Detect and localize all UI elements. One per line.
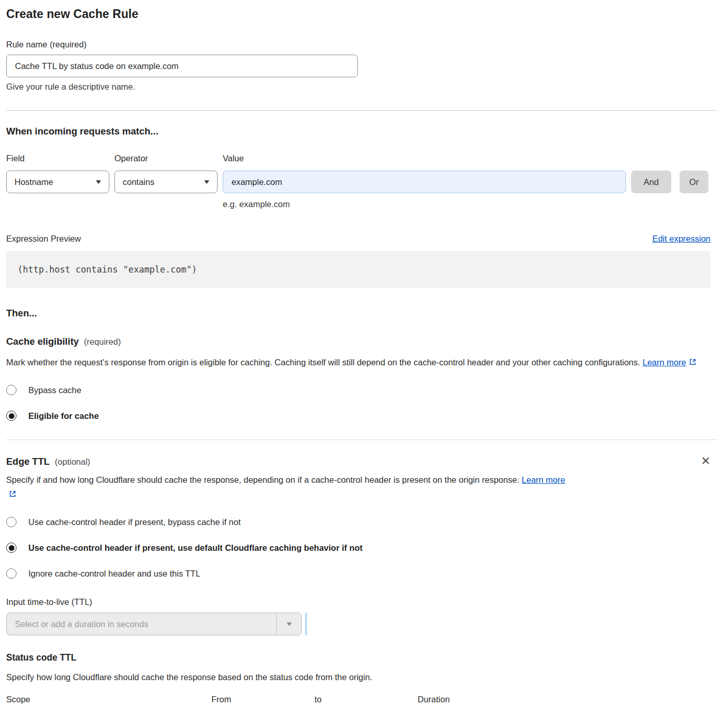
operator-select[interactable]: contains	[114, 171, 218, 193]
cache-eligibility-qualifier: (required)	[84, 337, 121, 347]
cache-eligibility-description: Mark whether the request’s response from…	[6, 355, 697, 370]
then-heading: Then...	[6, 308, 709, 319]
edge-ttl-learn-more-link[interactable]: Learn more	[522, 475, 565, 484]
radio-label: Eligible for cache	[28, 411, 99, 421]
status-code-ttl-description: Specify how long Cloudflare should cache…	[6, 670, 709, 684]
ttl-duration-select[interactable]: Select or add a duration in seconds	[6, 613, 302, 635]
radio-button-unselected[interactable]	[6, 568, 16, 579]
from-label: From	[211, 695, 304, 709]
ttl-input-label: Input time-to-live (TTL)	[6, 597, 709, 607]
radio-ignore-header[interactable]: Ignore cache-control header and use this…	[6, 568, 709, 579]
focus-caret	[305, 613, 307, 635]
value-label: Value	[223, 154, 626, 171]
edit-expression-link[interactable]: Edit expression	[652, 234, 710, 244]
to-label: to	[315, 695, 407, 709]
duration-label: Duration	[418, 695, 613, 709]
radio-label: Ignore cache-control header and use this…	[28, 569, 201, 579]
radio-use-header-bypass[interactable]: Use cache-control header if present, byp…	[6, 517, 709, 527]
rule-name-input[interactable]	[6, 55, 358, 77]
field-select[interactable]: Hostname	[6, 171, 109, 193]
edge-ttl-description: Specify if and how long Cloudflare shoul…	[6, 472, 576, 502]
radio-button-unselected[interactable]	[6, 385, 16, 395]
external-link-icon	[8, 488, 17, 502]
radio-label: Use cache-control header if present, use…	[28, 543, 362, 553]
close-icon[interactable]: ✕	[701, 456, 710, 466]
expression-preview-code: (http.host contains "example.com")	[6, 251, 710, 288]
cache-eligibility-heading: Cache eligibility	[6, 336, 79, 347]
cache-eligibility-description-text: Mark whether the request’s response from…	[6, 358, 640, 367]
and-button[interactable]: And	[631, 171, 671, 193]
ttl-duration-placeholder: Select or add a duration in seconds	[7, 613, 276, 635]
expression-preview-label: Expression Preview	[6, 234, 81, 244]
operator-label: Operator	[114, 154, 218, 171]
radio-button-selected[interactable]	[6, 543, 16, 553]
radio-button-selected[interactable]	[6, 411, 16, 421]
rule-name-label: Rule name (required)	[6, 40, 709, 49]
create-cache-rule-form: Create new Cache Rule Rule name (require…	[0, 0, 728, 709]
value-help: e.g. example.com	[223, 199, 626, 209]
operator-select-value: contains	[123, 177, 154, 187]
or-button[interactable]: Or	[680, 171, 708, 193]
field-label: Field	[6, 154, 109, 171]
chevron-down-icon	[96, 180, 101, 184]
status-code-ttl-heading: Status code TTL	[6, 652, 76, 663]
edge-ttl-heading: Edge TTL	[6, 456, 49, 467]
match-heading: When incoming requests match...	[6, 126, 709, 137]
radio-button-unselected[interactable]	[6, 517, 16, 527]
edge-ttl-description-text: Specify if and how long Cloudflare shoul…	[6, 475, 519, 484]
chevron-down-icon	[276, 613, 301, 635]
edge-ttl-qualifier: (optional)	[55, 457, 90, 467]
chevron-down-icon	[204, 180, 209, 184]
page-title: Create new Cache Rule	[6, 7, 709, 21]
radio-label: Use cache-control header if present, byp…	[28, 517, 241, 527]
field-select-value: Hostname	[14, 177, 53, 187]
external-link-icon	[688, 356, 697, 370]
rule-name-help: Give your rule a descriptive name.	[6, 82, 709, 92]
cache-eligibility-learn-more-link[interactable]: Learn more	[642, 358, 686, 367]
radio-bypass-cache[interactable]: Bypass cache	[6, 385, 709, 395]
radio-use-header-default[interactable]: Use cache-control header if present, use…	[6, 543, 709, 553]
radio-eligible-for-cache[interactable]: Eligible for cache	[6, 411, 709, 421]
match-condition-row: Field Hostname Operator contains Value e…	[6, 154, 709, 209]
section-divider	[6, 440, 717, 440]
status-code-ttl-row: Scope Range From 200 to 599 Duration 1 d…	[6, 695, 709, 709]
value-input[interactable]	[223, 171, 626, 193]
section-divider	[6, 110, 717, 111]
radio-label: Bypass cache	[28, 385, 81, 395]
scope-label: Scope	[6, 695, 201, 709]
